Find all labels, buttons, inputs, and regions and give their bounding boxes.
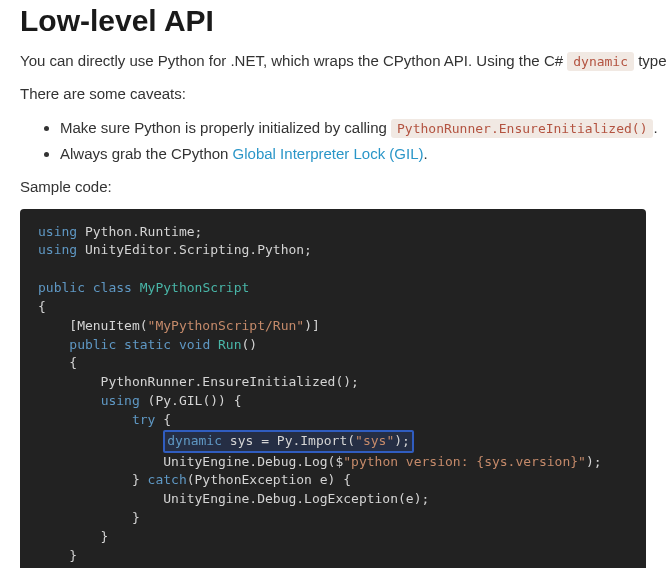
logex-line: UnityEngine.Debug.LogException(e); [38,491,429,506]
kw-catch: catch [148,472,187,487]
highlighted-line: dynamic sys = Py.Import("sys"); [163,430,414,453]
caveats-intro: There are some caveats: [20,83,646,106]
using-indent [38,393,101,408]
code-ns1: Python.Runtime; [77,224,202,239]
caveat2-suffix: . [424,145,428,162]
kw-class: class [93,280,132,295]
catch-tail: (PythonException e) { [187,472,351,487]
class-name: MyPythonScript [140,280,250,295]
try-indent [38,412,132,427]
sample-code-label: Sample code: [20,176,646,199]
intro-paragraph: You can directly use Python for .NET, wh… [20,50,646,73]
caveat1-suffix: . [653,119,657,136]
gil-open: (Py.GIL()) { [140,393,242,408]
code-block: using Python.Runtime; using UnityEditor.… [20,209,646,569]
inline-code-dynamic: dynamic [567,52,634,71]
kw-public: public [38,280,85,295]
kw-public: public [69,337,116,352]
close3: } [38,548,77,563]
close2: } [38,529,108,544]
log-str: "python version: {sys.version}" [343,454,586,469]
kw-try: try [132,412,155,427]
caveat1-prefix: Make sure Python is properly initialized… [60,119,391,136]
sys-assign: sys = Py.Import( [222,433,355,448]
code-ns2: UnityEditor.Scripting.Python; [77,242,312,257]
sys-close: ); [394,433,410,448]
log-close: ); [586,454,602,469]
ensure-line: PythonRunner.EnsureInitialized(); [38,374,359,389]
intro-prefix: You can directly use Python for .NET, wh… [20,52,567,69]
try-open: { [155,412,171,427]
kw-void: void [179,337,210,352]
method-name: Run [218,337,241,352]
run-parens: () [242,337,258,352]
kw-static: static [124,337,171,352]
caveats-list: Make sure Python is properly initialized… [20,115,646,166]
caveat2-prefix: Always grab the CPython [60,145,233,162]
gil-link[interactable]: Global Interpreter Lock (GIL) [233,145,424,162]
dyn-indent [38,433,163,448]
caveat-item-1: Make sure Python is properly initialized… [60,115,646,141]
sys-str: "sys" [355,433,394,448]
caveat-item-2: Always grab the CPython Global Interpret… [60,141,646,167]
inline-code-ensure: PythonRunner.EnsureInitialized() [391,119,653,138]
brace2: { [38,355,77,370]
kw-using-inner: using [101,393,140,408]
menuitem-suffix: )] [304,318,320,333]
kw-using: using [38,242,77,257]
menuitem-str: "MyPythonScript/Run" [148,318,305,333]
menuitem-prefix: [MenuItem( [38,318,148,333]
page-title: Low-level API [20,4,646,38]
intro-suffix: type, you can [634,52,666,69]
log-indent: UnityEngine.Debug.Log($ [38,454,343,469]
close1: } [38,510,140,525]
brace-open: { [38,299,46,314]
catch-indent: } [38,472,148,487]
kw-dynamic: dynamic [167,433,222,448]
kw-using: using [38,224,77,239]
